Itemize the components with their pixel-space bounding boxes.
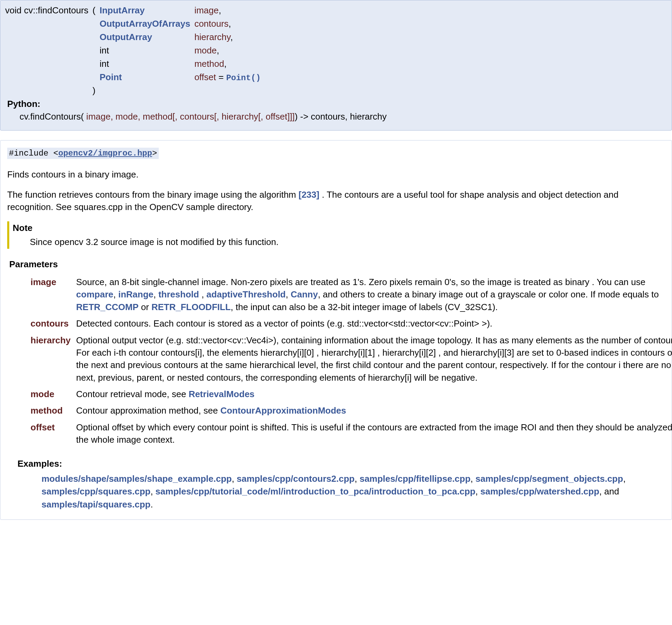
link-retr-ccomp[interactable]: RETR_CCOMP [76,302,139,312]
function-description-box: #include <opencv2/imgproc.hpp> Finds con… [0,140,672,520]
include-suffix: > [152,149,157,158]
link-canny[interactable]: Canny [291,289,318,299]
param-name-5: offset [194,72,216,82]
open-paren: ( [91,4,98,17]
param-default-eq: = [216,72,226,82]
examples-heading: Examples: [17,458,665,470]
function-prototype-box: void cv::findContours ( InputArray image… [0,0,672,131]
python-arg-0: image [84,111,110,122]
example-link-3[interactable]: samples/cpp/segment_objects.cpp [476,474,623,484]
python-arg-4: , hierarchy[ [217,111,261,122]
param-row-image: image Source, an 8-bit single-channel im… [28,274,672,315]
text: , [286,289,290,299]
link-threshold[interactable]: threshold [158,289,199,299]
and-sep: , and [599,486,619,497]
param-label-mode: mode [28,386,73,402]
cpp-prototype-table: void cv::findContours ( InputArray image… [3,4,263,97]
param-label-hierarchy: hierarchy [28,332,73,386]
param-label-method: method [28,402,73,419]
period: . [151,499,153,510]
text: Source, an 8-bit single-channel image. N… [76,277,645,287]
text: , the input can also be a 32-bit integer… [231,302,498,312]
include-path-link[interactable]: opencv2/imgproc.hpp [58,149,152,158]
note-heading: Note [13,222,665,234]
include-prefix: #include < [9,149,58,158]
param-default-code: Point() [226,73,261,83]
close-paren: ) [91,84,98,97]
param-row-hierarchy: hierarchy Optional output vector (e.g. s… [28,332,672,386]
example-link-0[interactable]: modules/shape/samples/shape_example.cpp [41,474,232,484]
python-arg-2: , method[ [138,111,175,122]
python-arg-1: , mode [110,111,138,122]
note-body: Since opencv 3.2 source image is not mod… [13,236,665,248]
python-sig-suffix: ) -> contours, hierarchy [295,111,387,122]
param-type-4: int [99,59,109,69]
param-desc-method: Contour approximation method, see Contou… [73,402,672,419]
text: , [113,289,118,299]
python-sig-prefix: cv.findContours( [20,111,84,122]
sep: , [355,474,359,484]
text: Contour retrieval mode, see [76,389,189,399]
link-adaptivethreshold[interactable]: adaptiveThreshold [206,289,286,299]
param-label-contours: contours [28,315,73,332]
examples-block: Examples: modules/shape/samples/shape_ex… [7,458,665,511]
python-label: Python: [3,97,669,110]
python-signature: cv.findContours( image, mode, method[, c… [3,110,669,125]
param-name-1: contours [194,19,229,29]
link-inrange[interactable]: inRange [118,289,154,299]
example-link-5[interactable]: samples/cpp/tutorial_code/ml/introductio… [155,486,475,497]
param-name-0: image [194,5,219,15]
example-link-6[interactable]: samples/cpp/watershed.cpp [480,486,599,497]
citation-link[interactable]: [233] [299,189,320,200]
example-link-2[interactable]: samples/cpp/fitellipse.cpp [360,474,471,484]
text: , [154,289,158,299]
sep: , [476,486,480,497]
param-row-mode: mode Contour retrieval mode, see Retriev… [28,386,672,402]
param-name-2: hierarchy [194,32,230,42]
link-retrievalmodes[interactable]: RetrievalModes [189,389,254,399]
python-arg-5: , offset]]] [261,111,295,122]
param-desc-mode: Contour retrieval mode, see RetrievalMod… [73,386,672,402]
note-block: Note Since opencv 3.2 source image is no… [7,221,665,249]
text: , and others to create a binary image ou… [318,289,659,299]
sep: , [232,474,237,484]
brief-description: Finds contours in a binary image. [7,169,665,181]
param-label-offset: offset [28,419,73,448]
sep: , [151,486,155,497]
include-line: #include <opencv2/imgproc.hpp> [7,147,665,159]
param-name-4: method [194,59,224,69]
param-row-method: method Contour approximation method, see… [28,402,672,419]
examples-list: modules/shape/samples/shape_example.cpp,… [41,473,665,511]
param-row-offset: offset Optional offset by which every co… [28,419,672,448]
param-type-link-2[interactable]: OutputArray [99,32,152,42]
text: Contour approximation method, see [76,405,220,416]
sep: , [623,474,625,484]
param-desc-image: Source, an 8-bit single-channel image. N… [73,274,672,315]
desc-part1: The function retrieves contours from the… [7,189,299,200]
param-desc-contours: Detected contours. Each contour is store… [73,315,672,332]
comma: , [219,5,221,15]
example-link-last[interactable]: samples/tapi/squares.cpp [41,499,151,510]
link-compare[interactable]: compare [76,289,113,299]
example-link-1[interactable]: samples/cpp/contours2.cpp [237,474,355,484]
parameters-table: image Source, an 8-bit single-channel im… [28,274,672,448]
text: , [199,289,206,299]
detailed-description: The function retrieves contours from the… [7,189,665,213]
python-arg-3: , contours[ [175,111,216,122]
link-retr-floodfill[interactable]: RETR_FLOODFILL [152,302,231,312]
return-type: void cv::findContours [5,5,88,15]
comma: , [230,32,233,42]
comma: , [229,19,231,29]
param-label-image: image [28,274,73,315]
param-desc-hierarchy: Optional output vector (e.g. std::vector… [73,332,672,386]
param-type-link-0[interactable]: InputArray [99,5,144,15]
comma: , [224,59,227,69]
example-link-4[interactable]: samples/cpp/squares.cpp [41,486,151,497]
param-type-link-5[interactable]: Point [99,72,122,82]
link-contourapproximationmodes[interactable]: ContourApproximationModes [220,405,346,416]
param-name-3: mode [194,45,217,56]
param-row-contours: contours Detected contours. Each contour… [28,315,672,332]
sep: , [470,474,475,484]
parameters-heading: Parameters [9,258,665,270]
param-type-link-1[interactable]: OutputArrayOfArrays [99,19,190,29]
